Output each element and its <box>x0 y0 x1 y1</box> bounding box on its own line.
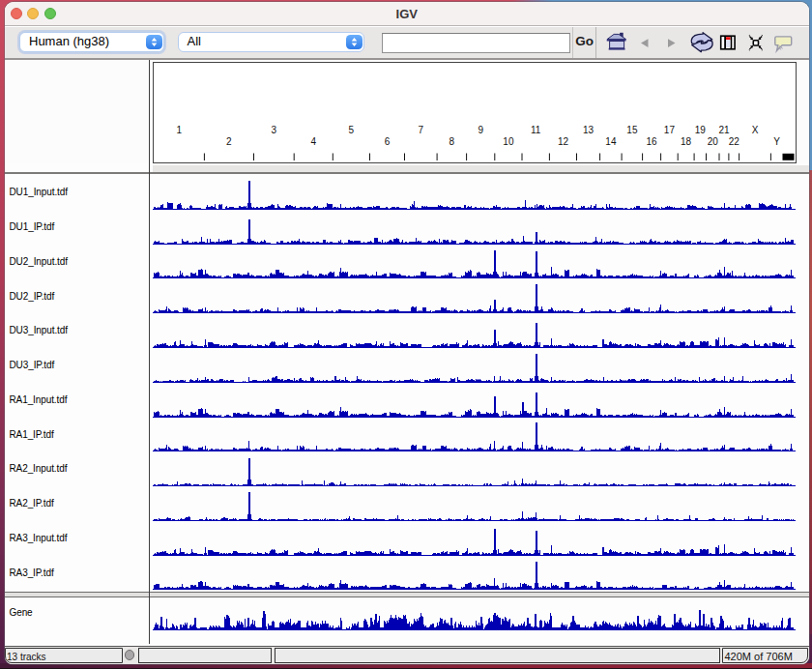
svg-text:5: 5 <box>348 125 354 135</box>
svg-text:3: 3 <box>271 125 276 135</box>
svg-text:1: 1 <box>176 125 182 135</box>
svg-text:9: 9 <box>478 125 483 135</box>
svg-text:17: 17 <box>663 125 675 135</box>
svg-text:2: 2 <box>226 136 232 147</box>
svg-text:10: 10 <box>503 136 514 147</box>
svg-text:19: 19 <box>694 125 706 135</box>
svg-text:20: 20 <box>707 136 718 147</box>
svg-text:Y: Y <box>773 136 780 147</box>
svg-text:13: 13 <box>582 125 594 135</box>
svg-text:21: 21 <box>718 125 730 135</box>
svg-text:7: 7 <box>418 125 423 135</box>
svg-text:14: 14 <box>605 136 617 147</box>
svg-text:16: 16 <box>646 136 657 147</box>
svg-text:4: 4 <box>310 136 316 147</box>
svg-text:18: 18 <box>681 136 692 147</box>
svg-text:X: X <box>751 125 758 135</box>
svg-text:22: 22 <box>728 136 740 147</box>
svg-text:11: 11 <box>531 125 541 135</box>
svg-text:15: 15 <box>626 125 638 135</box>
svg-text:6: 6 <box>384 136 390 147</box>
svg-text:8: 8 <box>449 136 454 147</box>
svg-text:12: 12 <box>557 136 568 147</box>
